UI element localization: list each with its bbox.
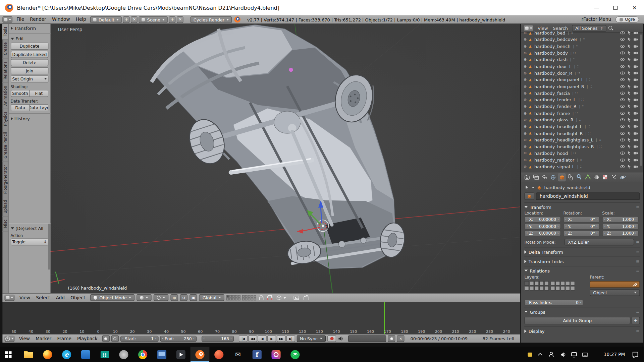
data-transfer-button[interactable]: Data: [11, 104, 30, 111]
expand-icon[interactable]: ⊕: [524, 51, 529, 55]
pivot-dropdown[interactable]: [154, 294, 168, 301]
display-header[interactable]: Display≡: [524, 327, 640, 335]
expand-icon[interactable]: ⊕: [524, 111, 529, 115]
menu-help[interactable]: Help: [73, 17, 89, 22]
toolshelf-scrollbar[interactable]: [48, 224, 50, 269]
groups-header[interactable]: Groups≡: [524, 308, 640, 315]
outliner-item[interactable]: ⊕ ▲ hardbody_fascia | ∷: [521, 90, 643, 97]
visibility-eye-icon[interactable]: [620, 111, 625, 116]
layer-toggle[interactable]: [254, 295, 256, 297]
layer-toggle[interactable]: [560, 286, 565, 290]
taskbar-app-f-button[interactable]: f: [248, 347, 267, 362]
duplicate-button[interactable]: Duplicate: [11, 43, 49, 50]
renderable-camera-icon[interactable]: [633, 104, 638, 109]
selectable-cursor-icon[interactable]: [627, 117, 632, 122]
taskbar-spotify-button[interactable]: [285, 347, 305, 362]
viewport-3d[interactable]: [2, 24, 520, 293]
scene-add-button[interactable]: +: [169, 16, 176, 23]
tab-texture[interactable]: [603, 175, 607, 179]
ogre-button[interactable]: Ogre: [615, 16, 639, 22]
tab-object[interactable]: [558, 173, 566, 181]
taskbar-mail-button[interactable]: ✉: [228, 347, 248, 362]
expand-icon[interactable]: ⊕: [524, 38, 529, 42]
renderable-camera-icon[interactable]: [633, 57, 638, 62]
outliner-item[interactable]: ⊕ ▲ hardbody_doorpanel_R | ∷: [521, 83, 643, 90]
layer-toggle[interactable]: [555, 281, 560, 286]
layer-toggle[interactable]: [544, 286, 549, 290]
renderable-camera-icon[interactable]: [633, 124, 638, 129]
rotation-mode-dropdown[interactable]: XYZ Euler: [565, 239, 634, 246]
layout-add-button[interactable]: +: [123, 16, 130, 23]
selectable-cursor-icon[interactable]: [627, 97, 632, 102]
layer-toggle[interactable]: [232, 298, 234, 300]
snap-element-icon[interactable]: [277, 296, 286, 300]
outliner-item[interactable]: ⊕ ▲ hardbody_bench | ∷: [521, 43, 643, 50]
renderable-camera-icon[interactable]: [633, 37, 638, 42]
manipulator-translate-button[interactable]: ⊕: [171, 294, 178, 301]
expand-icon[interactable]: ⊕: [524, 138, 529, 142]
outliner-item[interactable]: ⊕ ▲ hardbody_headlight_L | ∷: [521, 123, 643, 130]
visibility-eye-icon[interactable]: [620, 44, 625, 49]
close-button[interactable]: ✕: [625, 0, 644, 16]
menu-rfactor[interactable]: rFactor Menu: [579, 17, 614, 22]
layer-toggle[interactable]: [529, 281, 534, 286]
visibility-eye-icon[interactable]: [620, 37, 625, 42]
layer-toggle[interactable]: [534, 286, 539, 290]
manipulator-scale-button[interactable]: ▣: [190, 294, 197, 301]
outliner-item[interactable]: ⊕ ▲ hardbody_bed | ∷: [521, 29, 643, 36]
tab-object-data[interactable]: [585, 174, 591, 179]
taskbar-camera-app-button[interactable]: [267, 347, 286, 362]
rotation-x-field[interactable]: ‹X:0°›: [563, 216, 600, 222]
shade-flat-button[interactable]: Flat: [30, 90, 49, 97]
expand-icon[interactable]: ⊕: [524, 91, 529, 95]
next-keyframe-button[interactable]: ▶▶: [277, 335, 285, 342]
layer-toggle[interactable]: [251, 295, 253, 297]
layer-toggle[interactable]: [555, 286, 560, 290]
taskbar-store-button[interactable]: [95, 347, 114, 362]
play-button[interactable]: ▶: [267, 335, 276, 342]
renderable-camera-icon[interactable]: [633, 71, 638, 76]
menu-frame[interactable]: Frame: [54, 336, 74, 341]
expand-icon[interactable]: ⊕: [524, 118, 529, 122]
renderable-camera-icon[interactable]: [633, 77, 638, 82]
prev-keyframe-button[interactable]: ◀◀: [248, 335, 257, 342]
render-image-icon[interactable]: [294, 296, 299, 300]
tray-app-icon[interactable]: [528, 352, 532, 356]
outliner-item[interactable]: ⊕ ▲ hardbody_signal_L | ∷: [521, 163, 643, 170]
outliner-item[interactable]: ⊕ ▲ hardbody_frame | ∷: [521, 110, 643, 117]
tray-volume-icon[interactable]: [561, 352, 565, 357]
insert-keyframe-button[interactable]: [388, 335, 395, 342]
viewport-editor-type-button[interactable]: [5, 295, 15, 301]
visibility-eye-icon[interactable]: [620, 164, 625, 169]
renderable-camera-icon[interactable]: [633, 131, 638, 136]
panel-history[interactable]: History: [11, 115, 49, 122]
selectable-cursor-icon[interactable]: [627, 37, 632, 42]
menu-render[interactable]: Render: [27, 17, 49, 22]
action-dropdown[interactable]: Toggle⇕: [11, 238, 49, 245]
selectable-cursor-icon[interactable]: [627, 44, 632, 49]
timeline-editor-type-button[interactable]: [5, 336, 15, 342]
layer-toggle[interactable]: [550, 286, 555, 290]
expand-icon[interactable]: ⊕: [524, 78, 529, 82]
lock-icon[interactable]: [259, 295, 263, 300]
expand-icon[interactable]: ⊕: [524, 84, 529, 88]
lock-frame-button[interactable]: [111, 335, 118, 342]
notification-center-icon[interactable]: [632, 351, 639, 358]
toolshelf-tab-create[interactable]: Create: [2, 40, 8, 59]
panel-transform[interactable]: Transform: [11, 25, 49, 32]
expand-icon[interactable]: ⊕: [524, 31, 529, 35]
location-x-field[interactable]: ‹X:0.00000›: [524, 216, 561, 222]
layer-toggle[interactable]: [566, 286, 570, 290]
location-z-field[interactable]: ‹Z:0.00000›: [524, 230, 561, 236]
selectable-cursor-icon[interactable]: [627, 158, 632, 163]
start-button[interactable]: [0, 347, 19, 362]
layer-toggle[interactable]: [238, 295, 240, 297]
expand-icon[interactable]: ⊕: [524, 71, 529, 75]
outliner-item[interactable]: ⊕ ▲ hardbody_radiator | ∷: [521, 157, 643, 163]
toolshelf-tab-tools[interactable]: Tools: [2, 24, 8, 40]
scene-selector[interactable]: Scene: [139, 16, 168, 23]
selectable-cursor-icon[interactable]: [627, 131, 632, 136]
breadcrumb-object[interactable]: hardbody_windshield: [544, 185, 590, 190]
taskbar-chrome-button[interactable]: [133, 347, 152, 362]
renderable-camera-icon[interactable]: [633, 158, 638, 163]
